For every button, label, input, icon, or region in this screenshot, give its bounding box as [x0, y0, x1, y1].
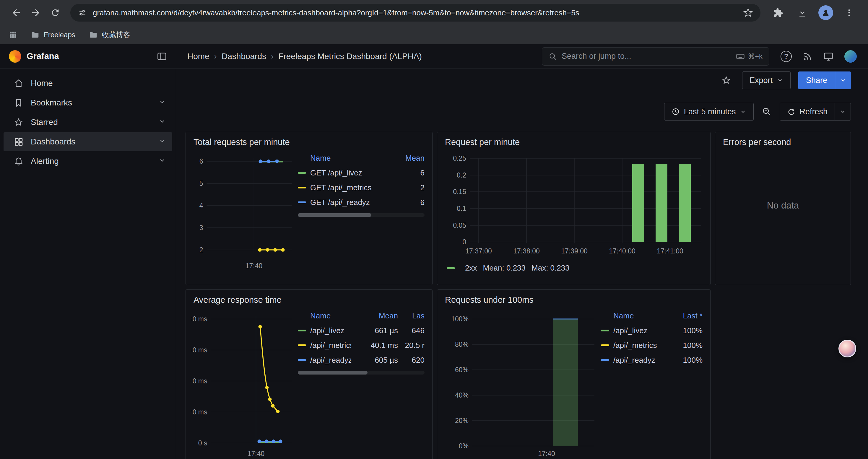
legend-row[interactable]: /api/_livez 100%: [601, 323, 703, 338]
legend-row[interactable]: /api/_metrics 100%: [601, 338, 703, 353]
legend-row[interactable]: /api/_readyz 605 µs 620: [298, 353, 425, 367]
series-color-icon: [298, 330, 306, 331]
sidebar-nav: Home Bookmarks Starred Dashboards Alerti…: [0, 68, 176, 459]
home-icon: [13, 78, 24, 88]
panel-title[interactable]: Total requests per minute: [186, 132, 432, 150]
news-icon[interactable]: [802, 52, 812, 61]
display-icon[interactable]: [823, 51, 834, 62]
panel-errors-per-second: Errors per second No data: [715, 132, 851, 285]
share-button[interactable]: Share: [798, 71, 835, 89]
requests-under-100ms-chart: 100% 80% 60% 40% 20% 0% 17:40: [443, 307, 597, 459]
sidebar-item-dashboards[interactable]: Dashboards: [4, 132, 172, 151]
svg-text:17:38:00: 17:38:00: [513, 247, 540, 255]
legend-row[interactable]: GET /api/_readyz 6: [298, 195, 425, 210]
topnav-icons: ?: [769, 50, 868, 63]
help-icon[interactable]: ?: [780, 51, 792, 62]
topnav-left: Grafana: [0, 50, 176, 63]
chevron-down-icon: [840, 108, 846, 115]
search-input[interactable]: [562, 52, 731, 61]
svg-text:0.1: 0.1: [457, 205, 466, 212]
chevron-down-icon[interactable]: [159, 157, 166, 166]
profile-avatar[interactable]: [818, 5, 833, 20]
chevron-down-icon[interactable]: [159, 98, 166, 107]
legend-col-last[interactable]: Las: [398, 311, 425, 321]
bookmark-item[interactable]: Freeleaps: [31, 30, 75, 39]
series-color-icon: [601, 359, 609, 361]
menu-kebab-icon[interactable]: [841, 4, 857, 21]
refresh-button[interactable]: Refresh: [780, 103, 835, 121]
legend-col-name[interactable]: Name: [298, 154, 389, 163]
legend-row[interactable]: /api/_livez 661 µs 646: [298, 323, 425, 338]
refresh-interval-caret[interactable]: [835, 103, 851, 121]
extensions-icon[interactable]: [770, 4, 786, 21]
address-bar[interactable]: grafana.mathmast.com/d/deytv4rwavabkb/fr…: [70, 4, 761, 22]
svg-text:60 ms: 60 ms: [192, 346, 208, 354]
breadcrumb-separator: ›: [266, 52, 278, 61]
reload-icon[interactable]: [47, 4, 64, 21]
sidebar-item-home[interactable]: Home: [4, 74, 172, 93]
legend-col-name[interactable]: Name: [601, 311, 667, 321]
sidebar-item-starred[interactable]: Starred: [4, 113, 172, 132]
favorite-star-icon[interactable]: [718, 72, 735, 89]
bookmarks-bar: Freeleaps 收藏博客: [0, 25, 868, 44]
sidebar-item-alerting[interactable]: Alerting: [4, 152, 172, 171]
search-bar[interactable]: ⌘+k: [542, 47, 769, 66]
bookmark-star-icon[interactable]: [743, 8, 753, 18]
panel-total-requests: Total requests per minute 6 5 4: [186, 132, 433, 285]
svg-text:0.05: 0.05: [453, 222, 466, 229]
legend-scrollbar[interactable]: [298, 213, 425, 217]
legend-row[interactable]: GET /api/_livez 6: [298, 165, 425, 180]
series-color-icon: [601, 330, 609, 331]
panel-title[interactable]: Average response time: [186, 290, 432, 307]
legend-col-last[interactable]: Last *: [667, 311, 703, 321]
breadcrumb-dashboards[interactable]: Dashboards: [222, 52, 266, 61]
legend-col-mean[interactable]: Mean: [351, 311, 398, 321]
downloads-icon[interactable]: [794, 4, 811, 21]
legend-row[interactable]: /api/_readyz 100%: [601, 353, 703, 367]
sidebar-item-bookmarks[interactable]: Bookmarks: [4, 93, 172, 112]
chevron-down-icon[interactable]: [159, 137, 166, 146]
svg-text:40%: 40%: [455, 391, 469, 399]
back-icon[interactable]: [8, 4, 25, 21]
breadcrumb: Home › Dashboards › Freeleaps Metrics Da…: [176, 52, 542, 61]
legend-row[interactable]: GET /api/_metrics 2: [298, 180, 425, 195]
time-range-picker[interactable]: Last 5 minutes: [664, 103, 754, 121]
bookmark-item[interactable]: 收藏博客: [89, 30, 130, 40]
user-avatar[interactable]: [844, 50, 857, 63]
share-menu-caret[interactable]: [835, 71, 851, 89]
keyboard-icon: [736, 52, 745, 61]
sidebar-toggle-icon[interactable]: [157, 51, 167, 62]
legend-scrollbar[interactable]: [298, 371, 425, 374]
export-button[interactable]: Export: [742, 71, 790, 89]
url-text[interactable]: grafana.mathmast.com/d/deytv4rwavabkb/fr…: [93, 8, 737, 18]
breadcrumb-home[interactable]: Home: [187, 52, 210, 61]
breadcrumb-current: Freeleaps Metrics Dashboard (ALPHA): [278, 52, 422, 61]
apps-grid-icon[interactable]: [9, 31, 17, 39]
chevron-down-icon: [740, 108, 746, 115]
panel-title[interactable]: Requests under 100ms: [437, 290, 710, 307]
panel-request-per-minute: Request per minute 0.25: [437, 132, 711, 285]
dashboard-canvas: Total requests per minute 6 5 4: [176, 121, 868, 459]
series-color-icon: [298, 201, 306, 203]
zoom-out-icon[interactable]: [758, 103, 775, 120]
panel-average-response-time: Average response time 80 ms 60 ms 40 ms: [186, 290, 433, 459]
total-requests-chart: 6 5 4 3 2: [192, 150, 294, 277]
panel-title[interactable]: Request per minute: [437, 132, 710, 150]
svg-text:17:41:00: 17:41:00: [657, 247, 683, 255]
legend-col-mean[interactable]: Mean: [389, 154, 425, 163]
dashboards-icon: [13, 137, 24, 147]
chevron-down-icon[interactable]: [159, 118, 166, 127]
panel-requests-under-100ms: Requests under 100ms 100% 80% 60%: [437, 290, 711, 459]
grafana-logo[interactable]: [9, 50, 21, 63]
forward-icon[interactable]: [27, 4, 44, 21]
legend-col-name[interactable]: Name: [298, 311, 351, 321]
panel-title[interactable]: Errors per second: [715, 132, 850, 150]
svg-text:60%: 60%: [455, 366, 469, 374]
search-icon: [549, 52, 557, 61]
legend-series-name[interactable]: 2xx: [465, 263, 477, 273]
floating-assistant-avatar[interactable]: [838, 340, 856, 357]
svg-text:0%: 0%: [459, 442, 469, 450]
legend-row[interactable]: /api/_metrics 40.1 ms 20.5 r: [298, 338, 425, 353]
site-settings-icon[interactable]: [78, 8, 87, 17]
grafana-app: Grafana Home › Dashboards › Freeleaps Me…: [0, 44, 868, 459]
